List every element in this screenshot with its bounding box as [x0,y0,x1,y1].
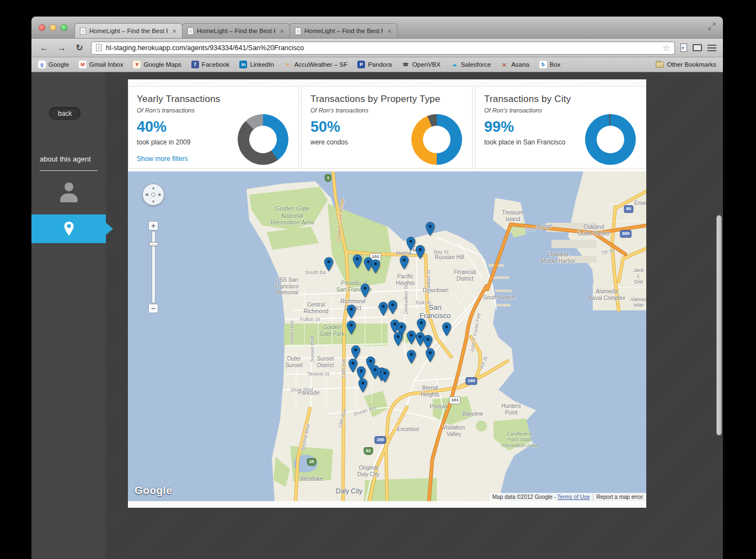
map-pin-marker[interactable] [416,245,425,260]
zoom-button[interactable] [61,24,67,31]
vertical-scrollbar[interactable] [716,215,722,436]
bookmark-star-icon[interactable]: ☆ [663,43,670,53]
back-nav-icon[interactable]: ← [38,43,50,53]
presentation-icon[interactable] [693,44,702,51]
sidebar-item-profile[interactable] [31,177,106,208]
map-pin-marker[interactable] [324,257,334,272]
bookmark-item[interactable]: ☎OpenVBX [402,61,441,68]
map-pin-marker[interactable] [379,302,388,316]
bookmark-item[interactable]: ▼Google Maps [133,61,181,68]
map-pin-marker[interactable] [394,332,403,347]
map-pin-marker[interactable] [353,254,362,269]
map-pin-marker[interactable] [407,350,416,364]
tab-close-icon[interactable]: × [278,28,285,35]
address-bar[interactable]: hl-staging.herokuapp.com/agents/934334/6… [91,41,675,55]
menu-icon[interactable] [707,45,716,46]
stat-card: Yearly Transactions Of Ron’s transaction… [128,86,299,169]
map-canvas[interactable] [128,171,646,501]
main-content: Yearly Transactions Of Ron’s transaction… [128,79,646,508]
url-text[interactable]: hl-staging.herokuapp.com/agents/934334/6… [106,44,659,52]
back-button[interactable]: back [49,107,81,120]
bookmarks-bar: gGoogleMGmail Inbox▼Google MapsfFacebook… [31,57,723,72]
tab-favicon-icon [187,28,194,35]
stats-row: Yearly Transactions Of Ron’s transaction… [128,86,646,169]
browser-toolbar: ← → ↻ hl-staging.herokuapp.com/agents/93… [31,39,723,57]
bookmark-item[interactable]: bBox [539,61,561,68]
other-bookmarks-button[interactable]: Other Bookmarks [656,61,716,68]
map-pin-marker[interactable] [442,322,452,337]
bookmark-label: Box [550,61,561,68]
tab-strip: HomeLight – Find the Best Re×HomeLight –… [74,23,698,38]
map-pin-marker[interactable] [347,304,356,319]
bookmark-label: Salesforce [461,61,491,68]
bookmark-label: OpenVBX [412,61,441,68]
resize-grip-icon[interactable] [707,22,716,33]
map-pin-marker[interactable] [417,318,426,333]
route-shield: 1 [325,174,331,182]
map-pin-marker[interactable] [361,283,370,298]
map-pin-marker[interactable] [380,368,390,383]
close-button[interactable] [39,24,45,31]
forward-nav-icon[interactable]: → [56,43,68,53]
route-shield: 280 [465,377,477,385]
pan-center-icon[interactable] [151,192,156,197]
bookmark-label: AccuWeather – SF [294,61,347,68]
map-pin-marker[interactable] [426,222,435,237]
tab-close-icon[interactable]: × [171,28,178,35]
minimize-button[interactable] [50,24,56,31]
bookmark-item[interactable]: MGmail Inbox [79,61,123,68]
bookmark-favicon-icon: ▼ [133,61,141,68]
show-more-filters-link[interactable]: Show more filters [137,155,188,163]
bookmark-favicon-icon: f [191,61,199,68]
map-pin-marker[interactable] [406,237,416,251]
page-action-icon[interactable] [680,44,687,52]
pan-up-icon[interactable]: ▲ [152,186,156,190]
map-pin-marker[interactable] [400,255,409,270]
map-pin-marker[interactable] [423,335,433,350]
bookmark-item[interactable]: ☀AccuWeather – SF [284,61,347,68]
map-pin-marker[interactable] [347,320,356,335]
map-pin-marker[interactable] [371,259,380,274]
window-controls [39,24,67,31]
zoom-in-button[interactable]: + [148,221,158,230]
pan-right-icon[interactable]: ▶ [159,192,162,197]
map-pin-icon [63,221,74,237]
route-shield: 101 [449,396,460,404]
map-pin-marker[interactable] [388,300,398,315]
stat-title: Yearly Transactions [137,94,290,105]
map-pin-marker[interactable] [407,330,416,345]
other-bookmarks-label: Other Bookmarks [667,61,716,68]
reload-icon[interactable]: ↻ [73,42,85,53]
bookmark-item[interactable]: inLinkedIn [239,61,274,68]
bookmark-label: Pandora [368,61,392,68]
tab-title: HomeLight – Find the Best Re [197,28,275,34]
bookmark-item[interactable]: a:Asana [501,61,529,68]
pan-left-icon[interactable]: ◀ [145,192,148,197]
map-pan-control[interactable]: ▲ ▼ ◀ ▶ [142,184,164,206]
terms-of-use-link[interactable]: Terms of Use [557,494,590,500]
titlebar: HomeLight – Find the Best Re×HomeLight –… [31,17,723,39]
report-map-error-link[interactable]: Report a map error [593,493,646,501]
bookmark-item[interactable]: PPandora [357,61,392,68]
person-icon [58,182,80,202]
browser-tab[interactable]: HomeLight – Find the Best Re× [182,23,290,38]
map-pin-marker[interactable] [358,378,368,393]
route-shield: 280 [374,436,386,444]
map-pin-marker[interactable] [426,348,435,363]
bookmark-label: Asana [511,61,529,68]
zoom-slider-handle[interactable] [149,242,158,246]
tab-close-icon[interactable]: × [386,28,393,35]
sidebar-item-map[interactable] [31,214,106,243]
screen: HomeLight – Find the Best Re×HomeLight –… [0,0,756,559]
browser-tab[interactable]: HomeLight – Find the Best Re× [74,23,183,38]
map-pin-marker[interactable] [351,345,361,360]
bookmark-item[interactable]: fFacebook [191,61,230,68]
browser-tab[interactable]: HomeLight – Find the Best Re× [289,23,398,38]
bookmark-item[interactable]: ☁Salesforce [451,61,491,68]
map[interactable]: ▲ ▼ ◀ ▶ + − Google Map data ©2012 Google… [128,171,646,501]
google-maps-logo: Google [135,485,172,497]
pan-down-icon[interactable]: ▼ [152,200,156,203]
route-shield: 880 [620,230,631,238]
bookmark-item[interactable]: gGoogle [38,61,69,68]
zoom-out-button[interactable]: − [148,304,158,313]
